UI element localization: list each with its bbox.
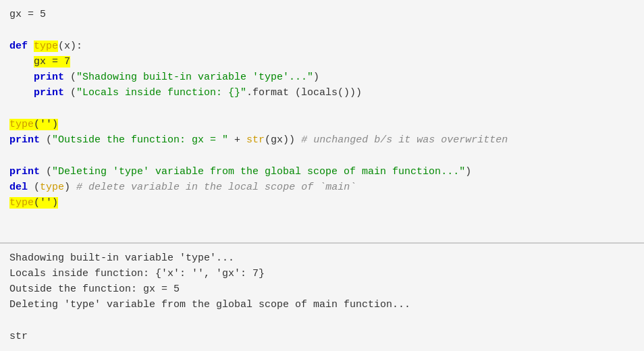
output-line-1: Shadowing built-in variable 'type'... bbox=[9, 250, 635, 266]
code-line-3: gx = 7 bbox=[9, 54, 635, 70]
code-line-blank2 bbox=[9, 101, 635, 117]
code-line-blank3 bbox=[9, 148, 635, 163]
code-line-1: gx = 5 bbox=[9, 7, 635, 22]
output-line-blank bbox=[9, 313, 635, 329]
code-line-7: print ("Outside the function: gx = " + s… bbox=[9, 132, 635, 148]
main-container: gx = 5 def type(x): gx = 7 print ("Shado… bbox=[0, 0, 644, 351]
output-line-5: str bbox=[9, 329, 635, 344]
code-line-4: print ("Shadowing built-in variable 'typ… bbox=[9, 70, 635, 85]
code-line-6: type('') bbox=[9, 117, 635, 132]
output-section: Shadowing built-in variable 'type'... Lo… bbox=[0, 243, 644, 352]
code-line-2: def type(x): bbox=[9, 38, 635, 54]
code-line-5: print ("Locals inside function: {}".form… bbox=[9, 85, 635, 101]
output-line-4: Deleting 'type' variable from the global… bbox=[9, 297, 635, 313]
output-line-3: Outside the function: gx = 5 bbox=[9, 281, 635, 297]
code-section: gx = 5 def type(x): gx = 7 print ("Shado… bbox=[0, 0, 644, 243]
code-line-10: type('') bbox=[9, 195, 635, 211]
code-line-blank1 bbox=[9, 22, 635, 38]
code-line-9: del (type) # delete variable in the loca… bbox=[9, 180, 635, 195]
code-line-8: print ("Deleting 'type' variable from th… bbox=[9, 164, 635, 180]
output-line-2: Locals inside function: {'x': '', 'gx': … bbox=[9, 266, 635, 281]
